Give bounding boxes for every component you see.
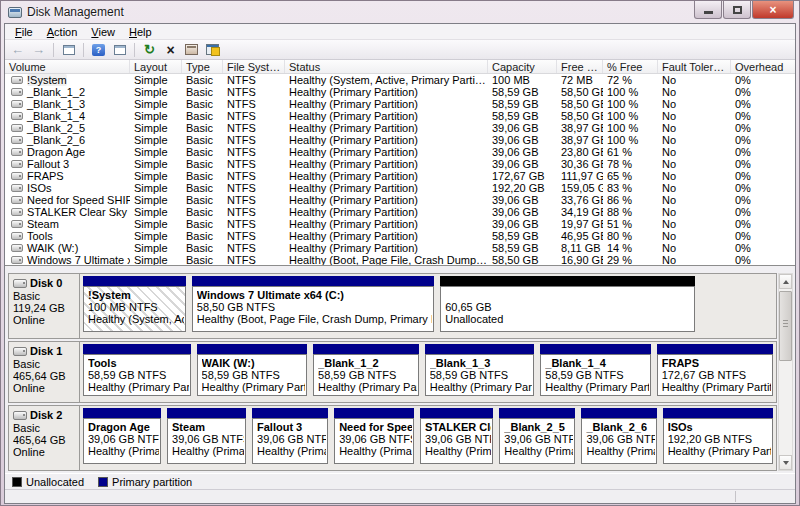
- partition-Fallout 3[interactable]: Fallout 339,06 GB NTFSHealthy (Primary P…: [252, 408, 328, 464]
- refresh-icon[interactable]: ↻: [141, 42, 158, 58]
- disk-header-1[interactable]: Disk 1Basic465,64 GBOnline: [9, 342, 80, 402]
- partition-status: Healthy (System, Active, Primary Partiti…: [88, 313, 184, 325]
- cell-status: Healthy (Primary Partition): [285, 158, 488, 170]
- show-console-tree-icon[interactable]: [60, 42, 77, 58]
- cell-layout: Simple: [130, 110, 182, 122]
- back-icon[interactable]: ←: [9, 42, 26, 58]
- partition-name: Steam: [172, 421, 244, 433]
- table-row[interactable]: FRAPSSimpleBasicNTFSHealthy (Primary Par…: [5, 170, 795, 182]
- cell-free: 19,97 GB: [557, 218, 603, 230]
- partition-Need for Speed SHIFT[interactable]: Need for Speed SHIFT39,06 GB NTFSHealthy…: [334, 408, 414, 464]
- table-row[interactable]: Dragon AgeSimpleBasicNTFSHealthy (Primar…: [5, 146, 795, 158]
- cell-type: Basic: [182, 206, 223, 218]
- partition-size: 192,20 GB NTFS: [668, 433, 771, 445]
- cell-fs: NTFS: [223, 194, 285, 206]
- partition-status: Healthy (Primary Partition): [257, 445, 326, 457]
- table-row[interactable]: _Blank_2_6SimpleBasicNTFSHealthy (Primar…: [5, 134, 795, 146]
- partition-Windows 7 Ultimate x64 (C:)[interactable]: Windows 7 Ultimate x64 (C:)58,50 GB NTFS…: [192, 276, 434, 332]
- cell-layout: Simple: [130, 242, 182, 254]
- unallocated-region[interactable]: 60,65 GBUnallocated: [440, 276, 695, 332]
- scroll-up-button[interactable]: [779, 274, 792, 289]
- menu-item-file[interactable]: File: [8, 25, 40, 39]
- cell-fs: NTFS: [223, 74, 285, 86]
- column-header-status[interactable]: Status: [285, 60, 488, 73]
- vertical-scrollbar[interactable]: [778, 273, 793, 471]
- delete-icon[interactable]: ×: [162, 42, 179, 58]
- cell-capacity: 39,06 GB: [488, 158, 557, 170]
- table-row[interactable]: !SystemSimpleBasicNTFSHealthy (System, A…: [5, 74, 795, 86]
- cell-pct: 83 %: [603, 182, 658, 194]
- table-row[interactable]: ISOsSimpleBasicNTFSHealthy (Primary Part…: [5, 182, 795, 194]
- column-header-pct[interactable]: % Free: [603, 60, 658, 73]
- cell-status: Healthy (Boot, Page File, Crash Dump, Pr…: [285, 254, 488, 266]
- column-header-type[interactable]: Type: [182, 60, 223, 73]
- table-row[interactable]: WAIK (W:)SimpleBasicNTFSHealthy (Primary…: [5, 242, 795, 254]
- table-row[interactable]: _Blank_2_5SimpleBasicNTFSHealthy (Primar…: [5, 122, 795, 134]
- column-header-fs[interactable]: File System: [223, 60, 285, 73]
- partition-status: Healthy (Primary Partition): [88, 381, 189, 393]
- partition-Steam[interactable]: Steam39,06 GB NTFSHealthy (Primary Parti…: [167, 408, 246, 464]
- column-header-free[interactable]: Free Space: [557, 60, 603, 73]
- column-header-layout[interactable]: Layout: [130, 60, 182, 73]
- table-row[interactable]: _Blank_1_2SimpleBasicNTFSHealthy (Primar…: [5, 86, 795, 98]
- partition-_Blank_1_2[interactable]: _Blank_1_258,59 GB NTFSHealthy (Primary …: [313, 344, 419, 396]
- partition-FRAPS[interactable]: FRAPS172,67 GB NTFSHealthy (Primary Part…: [657, 344, 773, 396]
- partition-Dragon Age[interactable]: Dragon Age39,06 GB NTFSHealthy (Primary …: [83, 408, 161, 464]
- partition-WAIK (W:)[interactable]: WAIK (W:)58,59 GB NTFSHealthy (Primary P…: [197, 344, 307, 396]
- primary-partition-color-bar: [540, 344, 650, 354]
- partition-_Blank_2_6[interactable]: _Blank_2_639,06 GB NTFSHealthy (Primary …: [581, 408, 656, 464]
- minimize-button[interactable]: [694, 1, 722, 19]
- table-row[interactable]: STALKER Clear SkySimpleBasicNTFSHealthy …: [5, 206, 795, 218]
- cell-status: Healthy (Primary Partition): [285, 218, 488, 230]
- properties-icon[interactable]: [183, 42, 200, 58]
- table-row[interactable]: Need for Speed SHIFTSimpleBasicNTFSHealt…: [5, 194, 795, 206]
- column-header-overhead[interactable]: Overhead: [731, 60, 795, 73]
- table-row[interactable]: SteamSimpleBasicNTFSHealthy (Primary Par…: [5, 218, 795, 230]
- maximize-button[interactable]: [723, 1, 751, 19]
- partition-_Blank_1_3[interactable]: _Blank_1_358,59 GB NTFSHealthy (Primary …: [425, 344, 535, 396]
- partition-_Blank_1_4[interactable]: _Blank_1_458,59 GB NTFSHealthy (Primary …: [540, 344, 650, 396]
- show-action-pane-icon[interactable]: [111, 42, 128, 58]
- cell-pct: 72 %: [603, 74, 658, 86]
- partition-ISOs[interactable]: ISOs192,20 GB NTFSHealthy (Primary Parti…: [663, 408, 773, 464]
- partition-_Blank_2_5[interactable]: _Blank_2_539,06 GB NTFSHealthy (Primary …: [499, 408, 575, 464]
- disk-management-icon[interactable]: [204, 42, 221, 58]
- table-row[interactable]: Fallout 3SimpleBasicNTFSHealthy (Primary…: [5, 158, 795, 170]
- table-row[interactable]: _Blank_1_3SimpleBasicNTFSHealthy (Primar…: [5, 98, 795, 110]
- cell-status: Healthy (Primary Partition): [285, 242, 488, 254]
- partition-status: Healthy (Primary Partition): [504, 445, 573, 457]
- table-row[interactable]: ToolsSimpleBasicNTFSHealthy (Primary Par…: [5, 230, 795, 242]
- column-header-capacity[interactable]: Capacity: [488, 60, 557, 73]
- menu-item-help[interactable]: Help: [122, 25, 159, 39]
- window-title: Disk Management: [27, 5, 124, 19]
- cell-fs: NTFS: [223, 98, 285, 110]
- cell-fs: NTFS: [223, 254, 285, 266]
- menu-item-action[interactable]: Action: [40, 25, 85, 39]
- cell-fault: No: [658, 122, 731, 134]
- disk-name: Disk 1: [30, 345, 62, 357]
- partition-Tools[interactable]: Tools58,59 GB NTFSHealthy (Primary Parti…: [83, 344, 191, 396]
- primary-partition-color-bar: [657, 344, 773, 354]
- table-row[interactable]: Windows 7 Ultimate x64 (C:)SimpleBasicNT…: [5, 254, 795, 266]
- table-row[interactable]: _Blank_1_4SimpleBasicNTFSHealthy (Primar…: [5, 110, 795, 122]
- column-header-volume[interactable]: Volume: [5, 60, 130, 73]
- partition-size: 58,59 GB NTFS: [430, 369, 533, 381]
- cell-layout: Simple: [130, 98, 182, 110]
- disk-header-0[interactable]: Disk 0Basic119,24 GBOnline: [9, 274, 80, 338]
- title-bar[interactable]: Disk Management ×: [1, 1, 799, 23]
- partition-STALKER Clear Sky[interactable]: STALKER Clear Sky39,06 GB NTFSHealthy (P…: [420, 408, 493, 464]
- forward-icon[interactable]: →: [30, 42, 47, 58]
- volume-icon: [11, 148, 23, 156]
- scroll-down-button[interactable]: [779, 455, 792, 470]
- help-icon[interactable]: ?: [90, 42, 107, 58]
- partition-!System[interactable]: !System100 MB NTFSHealthy (System, Activ…: [83, 276, 186, 332]
- disk-header-2[interactable]: Disk 2Basic465,64 GBOnline: [9, 406, 80, 470]
- menu-item-view[interactable]: View: [84, 25, 122, 39]
- close-button[interactable]: ×: [752, 1, 794, 19]
- cell-overhead: 0%: [731, 182, 795, 194]
- scrollbar-thumb[interactable]: [779, 291, 792, 361]
- cell-type: Basic: [182, 194, 223, 206]
- partition-body: 60,65 GBUnallocated: [440, 286, 695, 332]
- volume-icon: [11, 124, 23, 132]
- column-header-fault[interactable]: Fault Tolerance: [658, 60, 731, 73]
